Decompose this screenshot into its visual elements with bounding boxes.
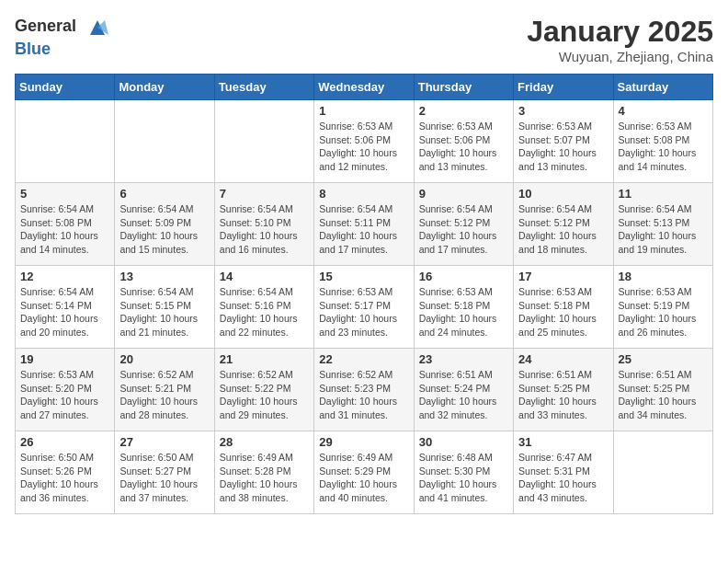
day-header-sunday: Sunday xyxy=(16,75,115,100)
logo-general: General xyxy=(15,15,110,40)
day-number: 9 xyxy=(419,187,508,201)
calendar-week-5: 26Sunrise: 6:50 AM Sunset: 5:26 PM Dayli… xyxy=(16,431,713,514)
calendar-header-row: SundayMondayTuesdayWednesdayThursdayFrid… xyxy=(16,75,713,100)
day-info: Sunrise: 6:54 AM Sunset: 5:09 PM Dayligh… xyxy=(119,202,209,257)
calendar-cell: 16Sunrise: 6:53 AM Sunset: 5:18 PM Dayli… xyxy=(414,266,513,349)
calendar-cell: 22Sunrise: 6:52 AM Sunset: 5:23 PM Dayli… xyxy=(314,349,414,431)
day-info: Sunrise: 6:53 AM Sunset: 5:20 PM Dayligh… xyxy=(20,368,109,422)
day-number: 3 xyxy=(518,104,608,118)
day-number: 6 xyxy=(119,187,209,201)
calendar-cell: 12Sunrise: 6:54 AM Sunset: 5:14 PM Dayli… xyxy=(16,266,115,349)
day-header-friday: Friday xyxy=(514,75,613,100)
calendar-cell: 9Sunrise: 6:54 AM Sunset: 5:12 PM Daylig… xyxy=(414,183,513,266)
day-info: Sunrise: 6:50 AM Sunset: 5:27 PM Dayligh… xyxy=(119,451,209,505)
day-number: 7 xyxy=(220,187,309,201)
day-info: Sunrise: 6:53 AM Sunset: 5:06 PM Dayligh… xyxy=(419,120,508,174)
calendar-cell: 31Sunrise: 6:47 AM Sunset: 5:31 PM Dayli… xyxy=(514,431,613,514)
calendar-cell: 29Sunrise: 6:49 AM Sunset: 5:29 PM Dayli… xyxy=(314,431,414,514)
calendar-cell: 19Sunrise: 6:53 AM Sunset: 5:20 PM Dayli… xyxy=(16,349,115,431)
page-header: General Blue January 2025 Wuyuan, Zhejia… xyxy=(15,15,713,64)
title-area: January 2025 Wuyuan, Zhejiang, China xyxy=(527,15,713,64)
day-number: 22 xyxy=(319,352,408,366)
day-number: 23 xyxy=(419,352,508,366)
day-info: Sunrise: 6:54 AM Sunset: 5:13 PM Dayligh… xyxy=(619,202,708,257)
day-number: 11 xyxy=(619,187,708,201)
calendar-cell xyxy=(115,100,214,183)
location-subtitle: Wuyuan, Zhejiang, China xyxy=(527,49,713,64)
calendar-cell: 8Sunrise: 6:54 AM Sunset: 5:11 PM Daylig… xyxy=(314,183,414,266)
day-info: Sunrise: 6:54 AM Sunset: 5:11 PM Dayligh… xyxy=(319,202,408,257)
calendar-table: SundayMondayTuesdayWednesdayThursdayFrid… xyxy=(15,74,713,514)
calendar-cell: 20Sunrise: 6:52 AM Sunset: 5:21 PM Dayli… xyxy=(115,349,214,431)
calendar-cell: 14Sunrise: 6:54 AM Sunset: 5:16 PM Dayli… xyxy=(214,266,313,349)
calendar-cell: 6Sunrise: 6:54 AM Sunset: 5:09 PM Daylig… xyxy=(115,183,214,266)
day-number: 20 xyxy=(119,352,209,366)
logo: General Blue xyxy=(15,15,110,59)
day-number: 17 xyxy=(518,270,608,283)
day-info: Sunrise: 6:54 AM Sunset: 5:08 PM Dayligh… xyxy=(20,202,109,257)
calendar-cell: 18Sunrise: 6:53 AM Sunset: 5:19 PM Dayli… xyxy=(613,266,712,349)
calendar-cell: 17Sunrise: 6:53 AM Sunset: 5:18 PM Dayli… xyxy=(514,266,613,349)
day-info: Sunrise: 6:52 AM Sunset: 5:23 PM Dayligh… xyxy=(319,368,408,422)
day-number: 14 xyxy=(220,270,309,283)
calendar-cell: 3Sunrise: 6:53 AM Sunset: 5:07 PM Daylig… xyxy=(514,100,613,183)
calendar-cell xyxy=(613,431,712,514)
calendar-cell: 11Sunrise: 6:54 AM Sunset: 5:13 PM Dayli… xyxy=(613,183,712,266)
day-info: Sunrise: 6:54 AM Sunset: 5:12 PM Dayligh… xyxy=(518,202,608,257)
calendar-cell: 1Sunrise: 6:53 AM Sunset: 5:06 PM Daylig… xyxy=(314,100,414,183)
day-info: Sunrise: 6:53 AM Sunset: 5:18 PM Dayligh… xyxy=(419,285,508,339)
calendar-cell: 7Sunrise: 6:54 AM Sunset: 5:10 PM Daylig… xyxy=(214,183,313,266)
day-info: Sunrise: 6:48 AM Sunset: 5:30 PM Dayligh… xyxy=(419,451,508,505)
day-number: 19 xyxy=(20,352,109,366)
day-number: 16 xyxy=(419,270,508,283)
day-number: 5 xyxy=(20,187,109,201)
calendar-cell xyxy=(16,100,115,183)
day-number: 28 xyxy=(220,435,309,449)
calendar-cell: 15Sunrise: 6:53 AM Sunset: 5:17 PM Dayli… xyxy=(314,266,414,349)
calendar-cell: 4Sunrise: 6:53 AM Sunset: 5:08 PM Daylig… xyxy=(613,100,712,183)
calendar-cell: 28Sunrise: 6:49 AM Sunset: 5:28 PM Dayli… xyxy=(214,431,313,514)
logo-blue: Blue xyxy=(15,40,110,59)
day-number: 21 xyxy=(220,352,309,366)
day-header-tuesday: Tuesday xyxy=(214,75,313,100)
logo-icon xyxy=(85,15,110,40)
day-info: Sunrise: 6:53 AM Sunset: 5:08 PM Dayligh… xyxy=(619,120,708,174)
day-number: 8 xyxy=(319,187,408,201)
day-info: Sunrise: 6:54 AM Sunset: 5:12 PM Dayligh… xyxy=(419,202,508,257)
day-info: Sunrise: 6:49 AM Sunset: 5:29 PM Dayligh… xyxy=(319,451,408,505)
calendar-week-2: 5Sunrise: 6:54 AM Sunset: 5:08 PM Daylig… xyxy=(16,183,713,266)
day-number: 27 xyxy=(119,435,209,449)
day-info: Sunrise: 6:49 AM Sunset: 5:28 PM Dayligh… xyxy=(220,451,309,505)
calendar-cell: 13Sunrise: 6:54 AM Sunset: 5:15 PM Dayli… xyxy=(115,266,214,349)
day-number: 1 xyxy=(319,104,408,118)
day-number: 2 xyxy=(419,104,508,118)
day-number: 18 xyxy=(619,270,708,283)
calendar-cell: 10Sunrise: 6:54 AM Sunset: 5:12 PM Dayli… xyxy=(514,183,613,266)
day-number: 25 xyxy=(619,352,708,366)
day-info: Sunrise: 6:54 AM Sunset: 5:16 PM Dayligh… xyxy=(220,285,309,339)
calendar-cell: 5Sunrise: 6:54 AM Sunset: 5:08 PM Daylig… xyxy=(16,183,115,266)
day-info: Sunrise: 6:53 AM Sunset: 5:07 PM Dayligh… xyxy=(518,120,608,174)
day-info: Sunrise: 6:51 AM Sunset: 5:24 PM Dayligh… xyxy=(419,368,508,422)
calendar-cell: 2Sunrise: 6:53 AM Sunset: 5:06 PM Daylig… xyxy=(414,100,513,183)
day-header-monday: Monday xyxy=(115,75,214,100)
calendar-cell: 30Sunrise: 6:48 AM Sunset: 5:30 PM Dayli… xyxy=(414,431,513,514)
day-info: Sunrise: 6:53 AM Sunset: 5:19 PM Dayligh… xyxy=(619,285,708,339)
day-info: Sunrise: 6:54 AM Sunset: 5:10 PM Dayligh… xyxy=(220,202,309,257)
day-number: 12 xyxy=(20,270,109,283)
calendar-week-3: 12Sunrise: 6:54 AM Sunset: 5:14 PM Dayli… xyxy=(16,266,713,349)
calendar-cell: 21Sunrise: 6:52 AM Sunset: 5:22 PM Dayli… xyxy=(214,349,313,431)
day-info: Sunrise: 6:54 AM Sunset: 5:14 PM Dayligh… xyxy=(20,285,109,339)
day-number: 15 xyxy=(319,270,408,283)
calendar-cell: 23Sunrise: 6:51 AM Sunset: 5:24 PM Dayli… xyxy=(414,349,513,431)
day-number: 24 xyxy=(518,352,608,366)
day-info: Sunrise: 6:52 AM Sunset: 5:22 PM Dayligh… xyxy=(220,368,309,422)
day-number: 10 xyxy=(518,187,608,201)
calendar-cell: 24Sunrise: 6:51 AM Sunset: 5:25 PM Dayli… xyxy=(514,349,613,431)
day-info: Sunrise: 6:51 AM Sunset: 5:25 PM Dayligh… xyxy=(518,368,608,422)
day-info: Sunrise: 6:47 AM Sunset: 5:31 PM Dayligh… xyxy=(518,451,608,505)
day-info: Sunrise: 6:53 AM Sunset: 5:18 PM Dayligh… xyxy=(518,285,608,339)
day-number: 13 xyxy=(119,270,209,283)
day-info: Sunrise: 6:53 AM Sunset: 5:06 PM Dayligh… xyxy=(319,120,408,174)
calendar-week-1: 1Sunrise: 6:53 AM Sunset: 5:06 PM Daylig… xyxy=(16,100,713,183)
